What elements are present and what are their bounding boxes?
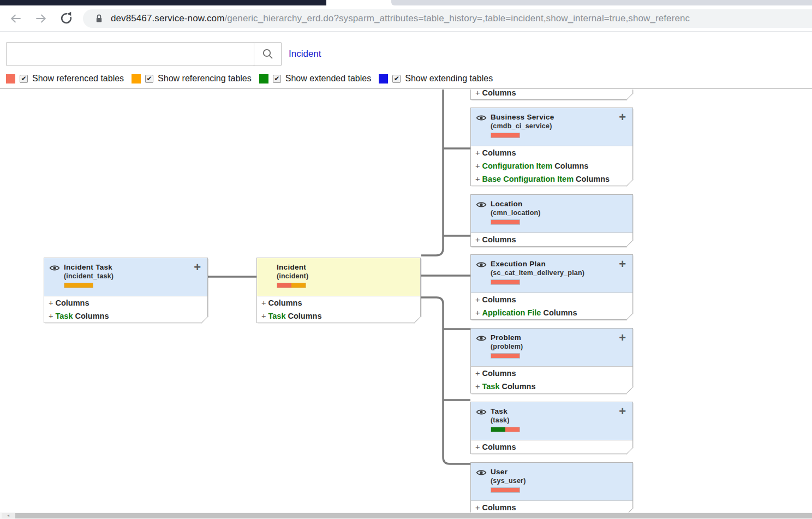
color-bar-segment: [491, 280, 520, 284]
erd-page: dev85467.service-now.com/generic_hierarc…: [0, 0, 812, 519]
url-bar[interactable]: dev85467.service-now.com/generic_hierarc…: [83, 9, 812, 28]
view-table-eye-icon[interactable]: [476, 261, 487, 271]
view-table-eye-icon[interactable]: [476, 408, 487, 418]
row-plus-icon: +: [475, 295, 480, 304]
row-label: Columns: [576, 175, 610, 183]
legend-color-swatch: [6, 74, 15, 83]
tabstrip-active-tab-segment: [326, 0, 391, 5]
row-label: Columns: [501, 382, 535, 391]
table-box-problem: +Problem(problem)+Columns+TaskColumns: [470, 328, 633, 393]
expand-columns-row[interactable]: +Columns: [471, 367, 632, 380]
row-label: Columns: [554, 162, 588, 170]
expand-columns-row[interactable]: +Columns: [471, 501, 632, 512]
erd-diagram-stage: +Columns+Business Service(cmdb_ci_servic…: [0, 90, 812, 512]
view-table-eye-icon[interactable]: [49, 264, 60, 274]
legend-label[interactable]: Show referenced tables: [32, 74, 124, 83]
table-box-header: +Execution Plan(sc_cat_item_delivery_pla…: [471, 255, 632, 293]
table-system-name: (incident_task): [64, 272, 202, 280]
table-box-header: User(sys_user): [471, 463, 632, 501]
expand-table-plus-icon[interactable]: +: [619, 111, 626, 123]
row-label: Columns: [543, 308, 577, 317]
search-button[interactable]: [254, 42, 282, 66]
color-bar-segment: [491, 133, 520, 138]
table-box-header: +Incident Task(incident_task): [44, 258, 207, 296]
expand-columns-row[interactable]: +Columns: [471, 233, 632, 246]
forward-button[interactable]: [32, 9, 50, 28]
table-title: Incident: [277, 263, 415, 271]
expand-table-plus-icon[interactable]: +: [619, 405, 626, 417]
table-box-cutoff: +Columns: [470, 90, 633, 100]
url-text: dev85467.service-now.com/generic_hierarc…: [111, 13, 690, 24]
table-system-name: (cmn_location): [491, 209, 627, 217]
expand-table-plus-icon[interactable]: +: [194, 261, 201, 273]
view-table-eye-icon[interactable]: [476, 469, 487, 479]
color-bar-segment: [491, 354, 520, 358]
scroll-left-button[interactable]: ◂: [2, 513, 15, 518]
url-path: /generic_hierarchy_erd.do?sysparm_attrib…: [224, 13, 690, 23]
relationship-color-bar: [491, 353, 520, 359]
legend-checkbox[interactable]: ✔: [392, 75, 401, 83]
expand-columns-row[interactable]: +Columns: [257, 296, 420, 309]
expand-columns-row[interactable]: +TaskColumns: [257, 309, 420, 323]
url-domain: dev85467.service-now.com: [111, 13, 224, 23]
view-table-eye-icon[interactable]: [476, 335, 487, 344]
browser-tabstrip: [0, 0, 812, 5]
legend-checkbox[interactable]: ✔: [273, 75, 281, 83]
expand-columns-row[interactable]: +Columns: [471, 90, 632, 99]
expand-columns-row[interactable]: +Columns: [44, 296, 207, 309]
expand-columns-row[interactable]: +TaskColumns: [44, 309, 207, 323]
table-box-location: Location(cmn_location)+Columns: [470, 194, 633, 247]
expand-columns-row[interactable]: +Columns: [471, 146, 632, 159]
expand-columns-row[interactable]: +Configuration ItemColumns: [471, 159, 632, 172]
relationship-line: [421, 297, 470, 464]
row-plus-icon: +: [475, 162, 480, 170]
table-system-name: (task): [491, 416, 627, 424]
legend-checkbox[interactable]: ✔: [20, 75, 28, 83]
expand-table-plus-icon[interactable]: +: [619, 332, 626, 344]
row-plus-icon: +: [261, 299, 266, 307]
row-label: Columns: [482, 90, 516, 97]
legend-label[interactable]: Show referencing tables: [158, 74, 252, 83]
expand-columns-row[interactable]: +Columns: [471, 440, 632, 454]
expand-table-plus-icon[interactable]: +: [619, 258, 626, 270]
expand-columns-row[interactable]: +Columns: [471, 293, 632, 306]
table-system-name: (problem): [491, 343, 627, 350]
expand-columns-row[interactable]: +Base Configuration ItemColumns: [471, 172, 632, 186]
reload-button[interactable]: [57, 9, 75, 28]
color-bar-segment: [291, 283, 306, 288]
legend-color-swatch: [259, 74, 268, 83]
table-box-header: Location(cmn_location): [471, 195, 632, 233]
row-plus-icon: +: [475, 503, 480, 512]
table-title: Task: [491, 407, 627, 415]
row-label: Columns: [482, 235, 516, 244]
view-table-eye-icon[interactable]: [476, 201, 487, 211]
legend-color-swatch: [132, 74, 141, 83]
table-title: Problem: [491, 333, 627, 342]
legend-label[interactable]: Show extended tables: [285, 74, 371, 83]
color-bar-segment: [277, 283, 291, 288]
color-bar-segment: [491, 220, 520, 224]
relationship-color-bar: [491, 219, 520, 225]
back-arrow-icon: [9, 11, 23, 26]
row-label: Columns: [75, 312, 109, 320]
back-button[interactable]: [7, 9, 25, 28]
color-bar-segment: [64, 283, 93, 288]
row-label: Columns: [482, 443, 516, 451]
legend-item: ✔Show extending tables: [379, 74, 493, 83]
legend-label[interactable]: Show extending tables: [405, 74, 493, 83]
table-title: Execution Plan: [491, 260, 627, 268]
expand-columns-row[interactable]: +TaskColumns: [471, 380, 632, 393]
table-system-name: (incident): [277, 272, 415, 280]
horizontal-scrollbar-thumb[interactable]: [15, 513, 812, 518]
table-search-input[interactable]: [6, 42, 254, 66]
table-box-user: User(sys_user)+Columns: [470, 462, 633, 512]
legend: ✔Show referenced tables✔Show referencing…: [6, 74, 493, 83]
forward-arrow-icon: [34, 11, 48, 26]
expand-columns-row[interactable]: +Application FileColumns: [471, 306, 632, 319]
lock-icon: [95, 13, 103, 23]
view-table-eye-icon[interactable]: [476, 114, 487, 124]
legend-checkbox[interactable]: ✔: [145, 75, 153, 83]
color-bar-segment: [491, 488, 520, 492]
relationship-color-bar: [491, 279, 520, 285]
current-table-link[interactable]: Incident: [289, 49, 321, 59]
